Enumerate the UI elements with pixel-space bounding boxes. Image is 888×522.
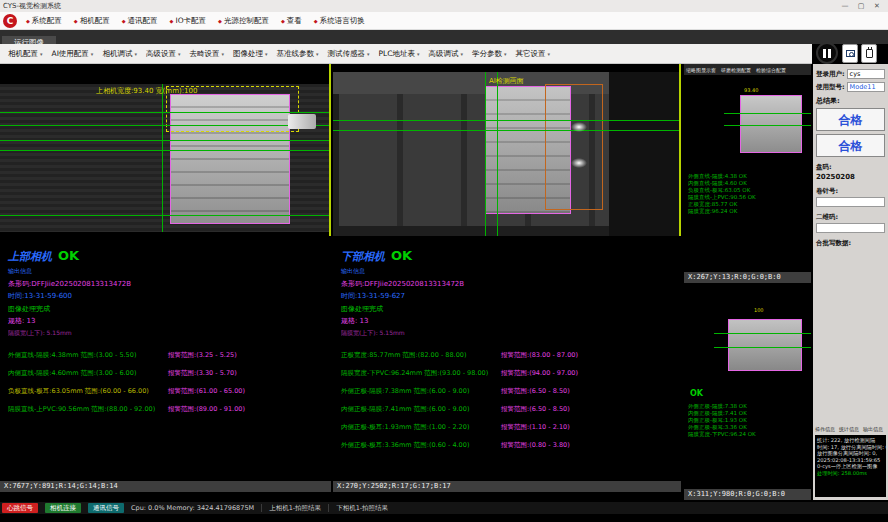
thumb-measurement-line-label: 正极宽度:85.77 OK — [688, 201, 737, 207]
right-panel-tab[interactable]: 缩略图显示窗 — [686, 67, 716, 73]
toolbar-item-label: 相机配置 — [8, 49, 38, 59]
batch-write-label: 合批写数据: — [816, 239, 885, 248]
upper-camera-image[interactable]: 上相机宽度:93.40 宽(mm):100 — [0, 64, 331, 236]
right-sidebar: 登录用户: cys 使用型号: Mode11 总结果: 合格 合格 盘码: 20… — [813, 64, 888, 500]
toolbar-item[interactable]: 其它设置▾ — [515, 49, 550, 59]
divider-line — [679, 64, 681, 236]
toolbar-item[interactable]: 高级调试▾ — [428, 49, 463, 59]
toolbar-item[interactable]: 基准线参数▾ — [276, 49, 318, 59]
right-panel-tab[interactable]: 研磨检测配置 — [721, 67, 751, 73]
detected-part — [740, 95, 802, 153]
note-text: 隔膜宽(上下): 5.15mm — [8, 329, 327, 338]
info-tab[interactable]: 操作信息 — [815, 426, 835, 432]
toolbar-item[interactable]: 相机配置▾ — [8, 49, 43, 59]
menu-item[interactable]: ◆IO卡配置 — [170, 16, 206, 26]
measurement-value: 内侧正极-极耳:1.93mm 范围:(1.00 - 2.20) — [341, 423, 501, 431]
toolbar-item-label: 图像处理 — [233, 49, 263, 59]
toolbar-item[interactable]: PLC地址表▾ — [378, 49, 419, 59]
info-tabs: 操作信息统计信息输出信息 — [815, 426, 883, 432]
menu-item[interactable]: ◆系统语言切换 — [314, 16, 365, 26]
menu-item[interactable]: ◆光源控制配置 — [218, 16, 269, 26]
overlay-line — [724, 125, 811, 126]
menubar: ◆系统配置◆相机配置◆通讯配置◆IO卡配置◆光源控制配置◆查看◆系统语言切换 — [0, 12, 888, 30]
statistics-line-label: 处理时间: 258.00ms — [817, 470, 867, 476]
overlay-line — [0, 140, 331, 141]
measurement-row: 隔膜宽度-下PVC:96.24mm 范围:(93.00 - 98.00) 报警范… — [341, 369, 677, 377]
statistics-line: 0-cys一停上区检测一图像 — [817, 463, 884, 470]
statistics-line: 统计: 222, 放行检测间隔 — [817, 437, 884, 444]
thumbnail-tabs: 缩略图显示窗研磨检测配置检验综合配置 — [684, 64, 811, 75]
maximize-button[interactable]: ▢ — [853, 0, 869, 12]
measurement-value: 外侧直线-隔膜:4.38mm 范围:(3.00 - 5.50) — [8, 351, 168, 359]
divider-line — [329, 64, 331, 236]
menu-item-icon: ◆ — [122, 18, 126, 24]
menu-item[interactable]: ◆查看 — [281, 16, 302, 26]
divider — [261, 504, 262, 512]
info-tab[interactable]: 统计信息 — [839, 426, 859, 432]
overlay-line — [333, 120, 681, 121]
disc-code-label: 盘码: — [816, 163, 885, 172]
login-user-label: 登录用户: — [816, 70, 845, 79]
camera-tool-button[interactable] — [842, 44, 858, 63]
toolbar-item[interactable]: 去畸设置▾ — [189, 49, 224, 59]
toolbar-item-label: 测试传感器 — [327, 49, 365, 59]
toolbar-item[interactable]: 高级设置▾ — [146, 49, 181, 59]
menu-item[interactable]: ◆系统配置 — [26, 16, 62, 26]
overlay-line — [0, 150, 331, 151]
toolbar-item[interactable]: 图像处理▾ — [233, 49, 268, 59]
minimize-button[interactable]: — — [837, 0, 853, 12]
thumb-measurement-line: 正极宽度:85.77 OK — [688, 201, 756, 208]
app-logo-icon: C — [3, 14, 17, 28]
thumb-measurement-line: 隔膜宽度:96.24 OK — [688, 208, 756, 215]
thumb-measurement-line: 内侧正极-极耳:1.93 OK — [688, 417, 756, 424]
gripper-part — [288, 114, 316, 129]
statistics-line: 2025:02:08-13:31:59:65 — [817, 457, 884, 464]
comm-signal-badge[interactable]: 通讯信号 — [88, 503, 124, 513]
window-controls: — ▢ ✕ — [837, 0, 885, 12]
thumb-top-image[interactable]: 93.40 — [684, 79, 811, 167]
info-tab-label: 操作信息 — [815, 426, 835, 432]
login-user-field[interactable]: cys — [847, 69, 885, 79]
chevron-down-icon: ▾ — [504, 51, 507, 57]
measurement-row: 隔膜直线-上PVC:90.56mm 范围:(88.00 - 92.00) 报警范… — [8, 405, 327, 413]
measurement-value: 正极宽度:85.77mm 范围:(82.00 - 88.00) — [341, 351, 501, 359]
thumb-measurement-line-label: 内侧直线-隔膜:4.60 OK — [688, 180, 747, 186]
plug-icon — [866, 49, 873, 58]
toolbar-item[interactable]: 测试传感器▾ — [327, 49, 369, 59]
menu-item[interactable]: ◆通讯配置 — [122, 16, 158, 26]
spec-text: 规格: 13 — [8, 316, 327, 326]
overlay-measurement-text: 上相机宽度:93.40 宽(mm):100 — [96, 86, 197, 96]
needle-field[interactable] — [816, 197, 885, 207]
thumb-measurement-list: 外侧正极-隔膜:7.38 OK内侧正极-隔膜:7.41 OK内侧正极-极耳:1.… — [688, 403, 756, 438]
statistics-line-label: 放行图像分离间隔时间: 0, — [817, 450, 877, 456]
device-tool-button[interactable] — [861, 44, 877, 63]
info-tab[interactable]: 输出信息 — [863, 426, 883, 432]
menu-item-label: 相机配置 — [80, 16, 110, 26]
info-tab-label: 输出信息 — [863, 426, 883, 432]
upper-camera-result-label: 上相机1-拍照结果 — [269, 504, 321, 513]
pause-button[interactable] — [816, 42, 838, 64]
qr-field[interactable] — [816, 223, 885, 233]
toolbar-item-label: PLC地址表 — [378, 49, 414, 59]
right-panel-tab-label: 缩略图显示窗 — [686, 67, 716, 73]
heartbeat-status-badge[interactable]: 心跳信号 — [2, 503, 38, 513]
overlay-line — [0, 125, 331, 126]
lower-camera-image[interactable]: AI检测画面 — [333, 64, 681, 236]
toolbar-item[interactable]: 相机调试▾ — [102, 49, 137, 59]
toolbar-item[interactable]: AI使用配置▾ — [52, 49, 94, 59]
chevron-down-icon: ▾ — [417, 51, 420, 57]
toolbar-item[interactable]: 学分参数▾ — [472, 49, 507, 59]
thumb-bottom-image[interactable]: 100 — [684, 295, 811, 387]
right-panel-tab[interactable]: 检验综合配置 — [756, 67, 786, 73]
thumb-measurement-line: 隔膜宽度-下PVC:96.24 OK — [688, 431, 756, 438]
menu-item-icon: ◆ — [314, 18, 318, 24]
close-button[interactable]: ✕ — [869, 0, 885, 12]
menu-item[interactable]: ◆相机配置 — [74, 16, 110, 26]
machine-shadow — [609, 72, 681, 236]
model-field[interactable]: Mode11 — [847, 82, 885, 92]
camera-title: 上部相机 — [8, 249, 52, 264]
right-panel-tab-label: 检验综合配置 — [756, 67, 786, 73]
camera-connect-badge[interactable]: 相机连接 — [45, 503, 81, 513]
toolbar-item-label: 基准线参数 — [276, 49, 314, 59]
pixel-coordinate-readout: X:267;Y:13;R:0;G:0;B:0 — [684, 272, 811, 283]
